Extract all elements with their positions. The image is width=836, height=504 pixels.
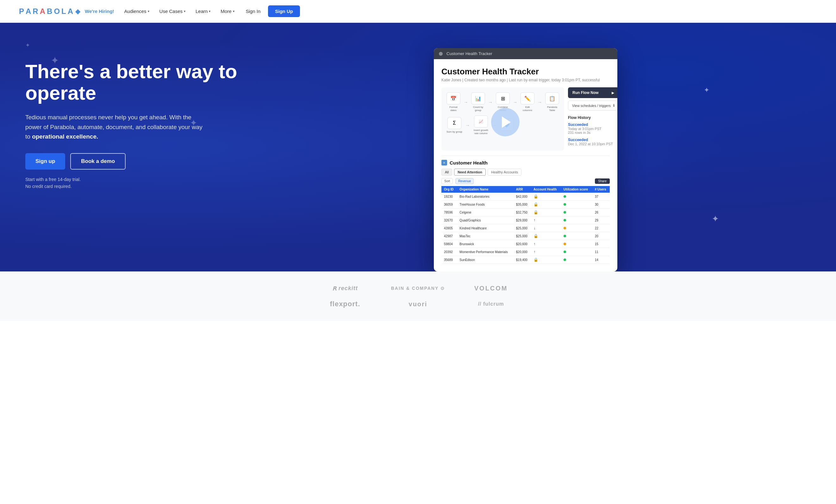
cell-utilization	[561, 209, 592, 216]
logo-flexport: flexport.	[330, 300, 360, 308]
ch-toolbar: Sort Revenue Share	[441, 178, 610, 184]
cell-org-id: 35689	[441, 256, 457, 264]
cell-users: 11	[592, 248, 610, 256]
hero-content: There's a better way to operate Tedious …	[25, 42, 241, 190]
logo-vuori: vuori	[409, 301, 428, 308]
table-row: 78596 Celgene $32,750 🔒 26	[441, 209, 610, 216]
logo-reckitt: ʀ reckitt	[332, 284, 358, 292]
sign-in-link[interactable]: Sign In	[241, 6, 266, 17]
cell-health-icon: 🔒	[531, 256, 561, 264]
nav-use-cases-link[interactable]: Use Cases ▾	[156, 6, 189, 17]
play-icon: ▶	[612, 91, 614, 95]
logos-section: ʀ reckitt BAIN & COMPANY ⊙ VOLCOM flexpo…	[0, 271, 836, 321]
cell-health-icon: 🔒	[531, 200, 561, 209]
cell-org-name: MasTec	[457, 232, 513, 240]
cell-org-id: 42987	[441, 232, 457, 240]
hero-title: There's a better way to operate	[25, 61, 241, 104]
table-body: 19230 Bio-Rad Laboratories $42,000 🔒 37 …	[441, 193, 610, 264]
flow-arrow-icon: →	[488, 100, 493, 105]
sort-button[interactable]: Sort	[441, 178, 453, 184]
cell-users: 26	[592, 209, 610, 216]
revenue-button[interactable]: Revenue	[455, 178, 474, 184]
tab-all[interactable]: All	[441, 169, 452, 176]
flow-node-parabola-table: 📋 Parabola Table	[545, 92, 559, 112]
history-item-2: Succeeded Dec 1, 2022 at 10:10pm PST	[568, 138, 618, 146]
logos-grid: ʀ reckitt BAIN & COMPANY ⊙ VOLCOM flexpo…	[318, 284, 518, 308]
logo-bain: BAIN & COMPANY ⊙	[391, 286, 445, 291]
hero-app-preview: Customer Health Tracker Customer Health …	[241, 42, 811, 271]
play-triangle-icon	[502, 116, 511, 128]
cell-utilization	[561, 248, 592, 256]
run-flow-button[interactable]: Run Flow Now ▶	[568, 87, 618, 98]
col-utilization: Utilization score	[561, 186, 592, 193]
cell-org-name: Celgene	[457, 209, 513, 216]
nav-more-link[interactable]: More ▾	[217, 6, 238, 17]
cell-org-name: Quad/Graphics	[457, 216, 513, 224]
flow-node-edit-col: ✏️ Edit columns	[520, 92, 534, 112]
cell-arr: $25,000	[514, 232, 531, 240]
chevron-down-icon: ▾	[148, 9, 149, 13]
book-demo-button[interactable]: Book a demo	[70, 153, 126, 170]
info-icon: ℹ	[613, 103, 614, 108]
tab-need-attention[interactable]: Need Attention	[454, 169, 486, 176]
cell-arr: $32,750	[514, 209, 531, 216]
cell-utilization	[561, 193, 592, 200]
cell-users: 37	[592, 193, 610, 200]
nav-links: We're Hiring! Audiences ▾ Use Cases ▾ Le…	[81, 6, 238, 17]
flow-arrow-icon: →	[513, 100, 517, 105]
nav-audiences-link[interactable]: Audiences ▾	[120, 6, 153, 17]
col-health: Account Health	[531, 186, 561, 193]
cell-arr: $25,000	[514, 224, 531, 232]
cell-org-name: SunEdison	[457, 256, 513, 264]
app-flow-title: Customer Health Tracker	[441, 67, 610, 77]
flow-panel: Run Flow Now ▶ View schedules / triggers…	[568, 87, 618, 151]
sign-up-hero-button[interactable]: Sign up	[25, 153, 65, 170]
play-video-button[interactable]	[491, 108, 519, 136]
hero-section: ✦ ✦ ✦ ✦ ✦ There's a better way to operat…	[0, 23, 836, 271]
chevron-down-icon: ▾	[209, 9, 210, 13]
flow-arrow-icon: →	[538, 100, 542, 105]
col-arr: ARR	[514, 186, 531, 193]
sign-up-button[interactable]: Sign Up	[268, 5, 300, 17]
cell-arr: $29,000	[514, 216, 531, 224]
flow-node-count-group: 📊 Count by group	[471, 92, 485, 112]
hero-buttons: Sign up Book a demo	[25, 153, 241, 170]
cell-users: 22	[592, 224, 610, 232]
flow-history-title: Flow History	[568, 115, 618, 120]
cell-health-icon: 🔒	[531, 209, 561, 216]
flow-node-sum-group: Σ Sum by group	[446, 117, 462, 134]
titlebar-label: Customer Health Tracker	[446, 51, 492, 56]
cell-org-id: 20392	[441, 248, 457, 256]
cell-arr: $20,600	[514, 240, 531, 248]
cell-health-icon: 🔒	[531, 232, 561, 240]
chevron-down-icon: ▾	[233, 9, 234, 13]
cell-org-name: Momentive Performance Materials	[457, 248, 513, 256]
table-row: 42987 MasTec $25,000 🔒 20	[441, 232, 610, 240]
app-titlebar: Customer Health Tracker	[434, 48, 618, 59]
nav-hiring-link[interactable]: We're Hiring!	[81, 6, 118, 17]
titlebar-circle-icon	[439, 52, 443, 56]
cell-utilization	[561, 224, 592, 232]
cell-utilization	[561, 240, 592, 248]
cell-org-id: 36059	[441, 200, 457, 209]
table-row: 32670 Quad/Graphics $29,000 ↑ 29	[441, 216, 610, 224]
logo-fulcrum: // fulcrum	[478, 301, 504, 307]
share-button[interactable]: Share	[595, 178, 610, 184]
customer-health-table: Org ID Organization Name ARR Account Hea…	[441, 186, 610, 264]
hero-subtitle: Tedious manual processes never help you …	[25, 113, 203, 141]
cell-users: 30	[592, 200, 610, 209]
tab-healthy[interactable]: Healthy Accounts	[488, 169, 521, 176]
customer-health-section: ≡ Customer Health All Need Attention Hea…	[441, 156, 610, 264]
nav-logo[interactable]: PARABOLA ◆	[19, 7, 81, 16]
view-schedule-button[interactable]: View schedules / triggers ℹ	[568, 101, 618, 111]
col-users: # Users	[592, 186, 610, 193]
cell-health-icon: 🔒	[531, 193, 561, 200]
cell-utilization	[561, 200, 592, 209]
nav-learn-link[interactable]: Learn ▾	[192, 6, 214, 17]
app-screenshot-container: Customer Health Tracker Customer Health …	[434, 48, 618, 271]
ch-title: Customer Health	[450, 160, 488, 166]
flow-arrow-icon: →	[466, 123, 470, 128]
table-row: 19230 Bio-Rad Laboratories $42,000 🔒 37	[441, 193, 610, 200]
table-row: 36059 TreeHouse Foods $35,000 🔒 30	[441, 200, 610, 209]
history-item-1: Succeeded Today at 3:01pm PST 231 rows i…	[568, 122, 618, 134]
